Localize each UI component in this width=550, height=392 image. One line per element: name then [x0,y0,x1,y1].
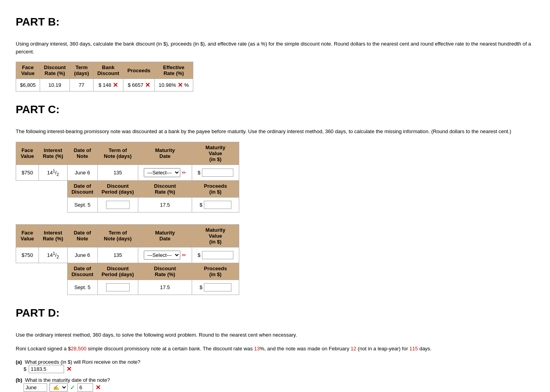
cell-c-mv: $ [192,247,239,263]
proceeds-input2[interactable] [204,283,231,291]
discount-period-input2[interactable] [106,283,130,291]
problem-days: 115 [409,346,418,352]
part-c-main-table: FaceValue InterestRate (%) Date ofNote T… [16,142,239,212]
col-dod: Date ofDiscount [67,263,97,280]
cell-c-md: ---Select--- ✏ [138,247,192,263]
answer-b-day-input[interactable] [77,383,93,392]
question-a: (a) What proceeds (in $) will Roni recei… [16,359,534,373]
part-c-title: PART C: [16,103,534,116]
part-c-row3: Sept. 5 17.5 $ [16,280,239,295]
part-d-description: Use the ordinary interest method, 360 da… [16,331,534,339]
col-proceeds: Proceeds [123,62,155,79]
question-a-text: (a) What proceeds (in $) will Roni recei… [16,359,534,365]
bank-discount-clear[interactable]: ✕ [113,81,118,89]
effective-rate-clear[interactable]: ✕ [178,81,183,89]
proceeds-input2[interactable] [204,201,231,209]
col-face-value: FaceValue [16,62,40,79]
maturity-value-input2[interactable] [202,251,233,259]
cell-c-ton: 135 [97,165,138,180]
answer-a-row: $ ✕ [24,365,534,373]
col-discount-rate: DiscountRate (%) [40,62,70,79]
question-b-label: (b) [16,377,22,383]
problem-rate: 13 [254,346,260,352]
col-pr: Proceeds(in $) [192,263,239,280]
part-c-section: PART C: The following interest-bearing p… [16,103,534,295]
part-b-description: Using ordinary interest, 360 days, calcu… [16,40,534,55]
part-c-row1: $750 141/2 June 6 135 ---Select--- ✏ $ [16,247,239,263]
pr-dollar: $ [200,284,202,290]
part-c-description: The following interest-bearing promissor… [16,128,534,136]
answer-a-clear[interactable]: ✕ [66,365,72,373]
answer-a-dollar: $ [24,366,26,372]
col-c-fv: FaceValue [16,142,39,165]
question-b-text: (b) What is the maturity date of the not… [16,377,534,383]
col-effective-rate: EffectiveRate (%) [154,62,193,79]
answer-b-month-select[interactable]: ✍ [50,383,68,392]
part-d-title: PART D: [16,307,534,319]
cell-face-value: $6,805 [16,79,40,92]
col-c-mv: MaturityValue(in $) [192,142,239,165]
col-dr: DiscountRate (%) [138,263,192,280]
col-c-ton: Term ofNote (days) [97,224,138,247]
discount-period-input2[interactable] [106,201,130,209]
col-c-mv: MaturityValue(in $) [192,224,239,247]
col-pr: Proceeds(in $) [192,180,239,197]
cell-dp [97,280,138,295]
percent-label: % [184,82,189,88]
table-row: $6,805 10.19 77 $ 148 ✕ $ 6657 ✕ [16,79,193,92]
problem-text5: days. [418,346,432,352]
part-c-row2-headers: Date ofDiscount DiscountPeriod (days) Di… [16,263,239,280]
maturity-date-select2[interactable]: ---Select--- [144,251,180,260]
answer-b-clear[interactable]: ✕ [95,384,101,391]
maturity-date-wrap: ---Select--- ✏ [144,251,186,260]
proceeds-clear[interactable]: ✕ [145,81,150,89]
cell-c-fv: $750 [16,247,39,263]
problem-day: 12 [351,346,356,352]
effective-rate-value: 10.98% [159,82,176,88]
cell-c-don: June 6 [67,165,97,180]
cell-dr: 17.5 [138,197,192,212]
cell-proceeds: $ 6657 ✕ [123,79,155,92]
bank-discount-value: $ 148 [99,82,112,88]
part-b-section: PART B: Using ordinary interest, 360 day… [16,16,534,92]
cell-c-ton: 135 [97,247,138,263]
part-d-section: PART D: Use the ordinary interest method… [16,307,534,392]
proceeds-value: $ 6657 [128,82,143,88]
cell-term: 77 [70,79,93,92]
col-c-ton: Term ofNote (days) [97,142,138,165]
cell-c-md: ---Select--- ✏ [138,165,192,180]
col-c-fv: FaceValue [16,224,39,247]
col-term: Term(days) [70,62,93,79]
pr-dollar: $ [200,202,202,208]
cell-pr: $ [192,280,239,295]
answer-b-row: ✍ ✓ ✕ [24,383,534,392]
problem-amount: 28,500 [71,346,86,352]
cell-discount-rate: 10.19 [40,79,70,92]
col-dod: Date ofDiscount [67,180,97,197]
cell-c-don: June 6 [67,247,97,263]
cell-c-fv: $750 [16,165,39,180]
question-b-question: What is the maturity date of the note? [25,377,110,383]
problem-text4: (not in a leap-year) for [356,346,409,352]
maturity-edit-icon: ✏ [182,252,186,258]
cell-bank-discount: $ 148 ✕ [93,79,123,92]
part-c-row1: $750 141/2 June 6 135 ---Select--- ✏ $ [16,165,239,180]
answer-b-month-input[interactable] [24,383,47,392]
maturity-value-input2[interactable] [202,169,233,177]
cell-c-ir: 141/2 [38,165,67,180]
cell-dod: Sept. 5 [67,197,97,212]
part-c-row3: Sept. 5 17.5 $ [16,197,239,212]
question-b: (b) What is the maturity date of the not… [16,377,534,392]
col-c-don: Date ofNote [67,142,97,165]
col-c-don: Date ofNote [67,224,97,247]
col-c-ir: InterestRate (%) [38,142,67,165]
part-c-row2-headers: Date ofDiscount DiscountPeriod (days) Di… [16,180,239,197]
maturity-date-select2[interactable]: ---Select--- [144,168,180,177]
cell-c-ir: 141/2 [38,247,67,263]
question-a-label: (a) [16,359,22,365]
cell-pr: $ [192,197,239,212]
cell-dp [97,197,138,212]
cell-effective-rate: 10.98% ✕ % [154,79,193,92]
answer-a-input[interactable] [29,365,64,373]
question-a-question: What proceeds (in $) will Roni receive o… [25,359,140,365]
